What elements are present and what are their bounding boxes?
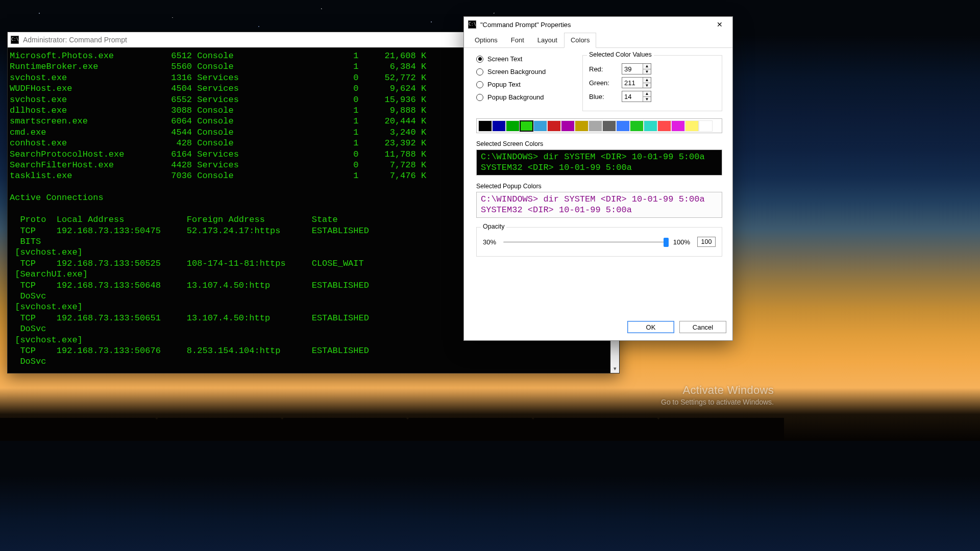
screen-preview: Selected Screen Colors C:\WINDOWS> dir S… — [476, 140, 722, 176]
opacity-min: 30% — [483, 238, 496, 246]
color-target-radios: Screen TextScreen BackgroundPopup TextPo… — [476, 55, 568, 111]
watermark-line2: Go to Settings to activate Windows. — [661, 398, 774, 406]
color-swatch[interactable] — [589, 120, 602, 132]
properties-title: "Command Prompt" Properties — [480, 21, 705, 29]
color-swatches — [476, 118, 722, 133]
opacity-value: 100 — [697, 237, 716, 247]
color-swatch[interactable] — [533, 120, 547, 132]
color-swatch[interactable] — [602, 120, 616, 132]
tab-font[interactable]: Font — [504, 33, 531, 48]
properties-tabs: OptionsFontLayoutColors — [464, 32, 732, 48]
red-input[interactable] — [622, 64, 643, 74]
radio-icon — [476, 56, 483, 63]
spin-up-icon[interactable]: ▲ — [643, 91, 651, 96]
color-swatch[interactable] — [547, 120, 561, 132]
opacity-max: 100% — [673, 238, 690, 246]
selected-color-values-group: Selected Color Values Red: ▲▼ Green: ▲▼ — [582, 55, 722, 111]
green-input[interactable] — [622, 78, 643, 88]
color-swatch[interactable] — [520, 120, 533, 132]
radio-label: Screen Text — [487, 55, 522, 63]
color-swatch[interactable] — [561, 120, 575, 132]
tab-options[interactable]: Options — [468, 33, 504, 48]
red-spinbox[interactable]: ▲▼ — [622, 63, 651, 74]
opacity-group: Opacity 30% 100% 100 — [476, 227, 722, 257]
popup-preview: Selected Popup Colors C:\WINDOWS> dir SY… — [476, 183, 722, 218]
blue-input[interactable] — [622, 91, 643, 102]
close-icon: ✕ — [717, 20, 723, 29]
blue-label: Blue: — [589, 93, 617, 101]
close-button[interactable]: ✕ — [709, 17, 730, 32]
radio-screen-text[interactable]: Screen Text — [476, 55, 568, 63]
slider-thumb-icon[interactable] — [664, 238, 669, 247]
blue-spinbox[interactable]: ▲▼ — [622, 91, 651, 102]
watermark-line1: Activate Windows — [661, 384, 774, 397]
properties-body: Screen TextScreen BackgroundPopup TextPo… — [464, 48, 732, 315]
properties-footer: OK Cancel — [464, 315, 732, 340]
radio-label: Popup Background — [487, 93, 544, 101]
ok-button[interactable]: OK — [627, 321, 674, 333]
spin-down-icon[interactable]: ▼ — [643, 69, 651, 74]
properties-dialog[interactable]: "Command Prompt" Properties ✕ OptionsFon… — [463, 16, 733, 341]
properties-app-icon — [468, 20, 476, 29]
color-swatch[interactable] — [644, 120, 657, 132]
color-swatch[interactable] — [699, 120, 713, 132]
radio-icon — [476, 68, 483, 76]
radio-icon — [476, 81, 483, 88]
color-swatch[interactable] — [506, 120, 520, 132]
spin-down-icon[interactable]: ▼ — [643, 83, 651, 88]
color-swatch[interactable] — [492, 120, 506, 132]
color-swatch[interactable] — [478, 120, 492, 132]
scroll-down-icon[interactable]: ▾ — [610, 364, 619, 373]
popup-preview-legend: Selected Popup Colors — [476, 183, 722, 190]
color-swatch[interactable] — [671, 120, 685, 132]
spin-down-icon[interactable]: ▼ — [643, 96, 651, 102]
spin-up-icon[interactable]: ▲ — [643, 78, 651, 83]
green-label: Green: — [589, 79, 617, 87]
radio-label: Screen Background — [487, 68, 546, 76]
spin-up-icon[interactable]: ▲ — [643, 64, 651, 69]
tab-colors[interactable]: Colors — [564, 33, 597, 48]
tab-layout[interactable]: Layout — [531, 33, 564, 48]
opacity-legend: Opacity — [481, 223, 506, 230]
radio-popup-background[interactable]: Popup Background — [476, 93, 568, 101]
radio-icon — [476, 94, 483, 101]
scv-legend: Selected Color Values — [587, 51, 654, 58]
opacity-slider[interactable] — [503, 237, 666, 247]
color-swatch[interactable] — [685, 120, 699, 132]
cmd-title: Administrator: Command Prompt — [23, 36, 127, 44]
radio-popup-text[interactable]: Popup Text — [476, 81, 568, 88]
color-swatch[interactable] — [630, 120, 644, 132]
cancel-button[interactable]: Cancel — [679, 321, 726, 333]
screen-preview-legend: Selected Screen Colors — [476, 140, 722, 147]
popup-preview-box: C:\WINDOWS> dir SYSTEM <DIR> 10-01-99 5:… — [476, 192, 722, 218]
cmd-app-icon — [11, 36, 19, 44]
radio-label: Popup Text — [487, 81, 521, 88]
green-spinbox[interactable]: ▲▼ — [622, 77, 651, 88]
radio-screen-background[interactable]: Screen Background — [476, 68, 568, 76]
red-label: Red: — [589, 65, 617, 73]
screen-preview-box: C:\WINDOWS> dir SYSTEM <DIR> 10-01-99 5:… — [476, 149, 722, 176]
activate-windows-watermark: Activate Windows Go to Settings to activ… — [661, 384, 774, 406]
color-swatch[interactable] — [575, 120, 589, 132]
color-swatch[interactable] — [616, 120, 630, 132]
color-swatch[interactable] — [657, 120, 671, 132]
properties-titlebar[interactable]: "Command Prompt" Properties ✕ — [464, 17, 732, 32]
